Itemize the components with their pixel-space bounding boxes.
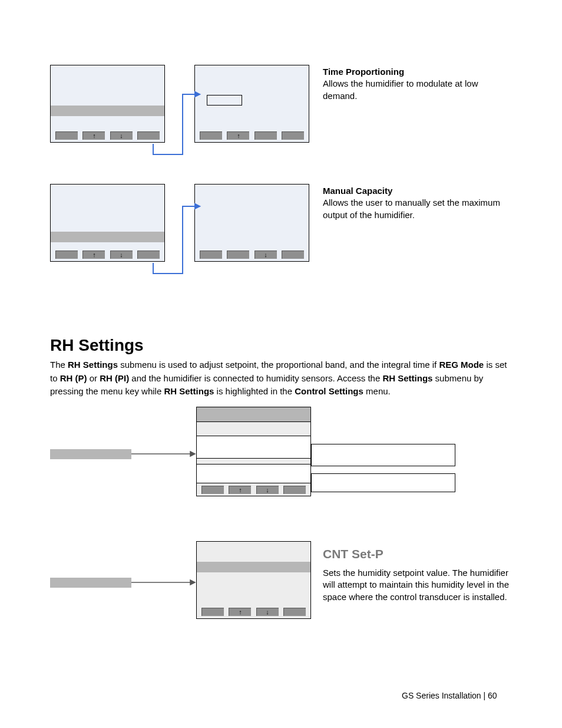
- button-row: ↑ ↓: [197, 608, 310, 616]
- soft-button[interactable]: [254, 131, 277, 140]
- inner-box: [207, 95, 242, 106]
- up-button[interactable]: ↑: [82, 251, 105, 259]
- rh-menu-panel: ↑ ↓: [196, 407, 311, 496]
- desc-manual-capacity: Manual Capacity Allows the user to manua…: [323, 185, 505, 221]
- menu-row: [197, 421, 310, 436]
- sub-body-cnt-setp: Sets the humidity setpoint value. The hu…: [323, 567, 511, 603]
- up-button[interactable]: ↑: [229, 486, 251, 494]
- up-button[interactable]: ↑: [229, 608, 251, 616]
- menu-row: [197, 407, 310, 421]
- soft-button[interactable]: [201, 486, 224, 494]
- desc-time-proportioning: Time Proportioning Allows the humidifier…: [323, 66, 505, 102]
- down-button[interactable]: ↓: [256, 608, 279, 616]
- lcd-panel-2-right: ↓: [194, 184, 309, 262]
- lcd-panel-2-left: ↑ ↓: [50, 184, 165, 262]
- arrow-down-icon: ↓: [264, 252, 267, 258]
- menu-row: [197, 464, 310, 483]
- arrow-up-icon: ↑: [92, 133, 96, 139]
- soft-button[interactable]: [283, 608, 306, 616]
- connector-arrow: [150, 88, 203, 159]
- soft-button[interactable]: [283, 486, 306, 494]
- menu-ext-box: [311, 473, 455, 492]
- soft-button[interactable]: [55, 131, 78, 140]
- button-row: ↓: [195, 251, 309, 259]
- button-row: ↑ ↓: [51, 251, 164, 259]
- soft-button[interactable]: [201, 608, 224, 616]
- down-button[interactable]: ↓: [256, 486, 279, 494]
- sub-title-cnt-setp: CNT Set-P: [323, 547, 384, 561]
- arrow-down-icon: ↓: [120, 133, 123, 139]
- side-arrow: [131, 578, 196, 589]
- arrow-down-icon: ↓: [266, 609, 269, 615]
- soft-button[interactable]: [227, 251, 249, 259]
- desc-title: Manual Capacity: [323, 186, 392, 196]
- page-footer: GS Series Installation | 60: [402, 691, 497, 700]
- desc-body: Allows the humidifier to modulate at low…: [323, 78, 478, 100]
- menu-row: [197, 436, 310, 458]
- lcd-panel-1-left: ↑ ↓: [50, 65, 165, 143]
- up-button[interactable]: ↑: [227, 131, 249, 140]
- soft-button[interactable]: [282, 251, 304, 259]
- lcd-panel-1-right: ↑: [194, 65, 309, 143]
- menu-ext-box: [311, 444, 455, 466]
- lcd-panel-cnt: ↑ ↓: [196, 541, 311, 619]
- arrow-up-icon: ↑: [239, 609, 242, 615]
- side-arrow: [131, 449, 196, 461]
- svg-marker-3: [190, 580, 195, 585]
- section-body-rh-settings: The RH Settings submenu is used to adjus…: [50, 358, 512, 398]
- arrow-down-icon: ↓: [266, 487, 269, 493]
- arrow-up-icon: ↑: [239, 487, 242, 493]
- up-button[interactable]: ↑: [82, 131, 105, 140]
- connector-arrow: [150, 200, 203, 277]
- soft-button[interactable]: [55, 251, 78, 259]
- bar: [51, 106, 164, 116]
- button-row: ↑ ↓: [197, 483, 310, 496]
- section-title-rh-settings: RH Settings: [50, 336, 144, 355]
- button-row: ↑ ↓: [51, 131, 164, 140]
- bar: [197, 562, 310, 572]
- down-button[interactable]: ↓: [254, 251, 277, 259]
- svg-marker-1: [195, 204, 200, 209]
- arrow-up-icon: ↑: [237, 133, 240, 139]
- button-row: ↑: [195, 131, 309, 140]
- desc-title: Time Proportioning: [323, 67, 404, 77]
- menu-gap: [197, 458, 310, 464]
- soft-button[interactable]: [282, 131, 304, 140]
- svg-marker-0: [195, 92, 200, 97]
- desc-body: Allows the user to manually set the maxi…: [323, 197, 500, 219]
- svg-marker-2: [190, 452, 195, 456]
- side-label: [50, 449, 131, 459]
- arrow-up-icon: ↑: [92, 252, 96, 258]
- bar: [51, 232, 164, 242]
- down-button[interactable]: ↓: [110, 251, 133, 259]
- down-button[interactable]: ↓: [110, 131, 133, 140]
- side-label: [50, 578, 131, 588]
- arrow-down-icon: ↓: [120, 252, 123, 258]
